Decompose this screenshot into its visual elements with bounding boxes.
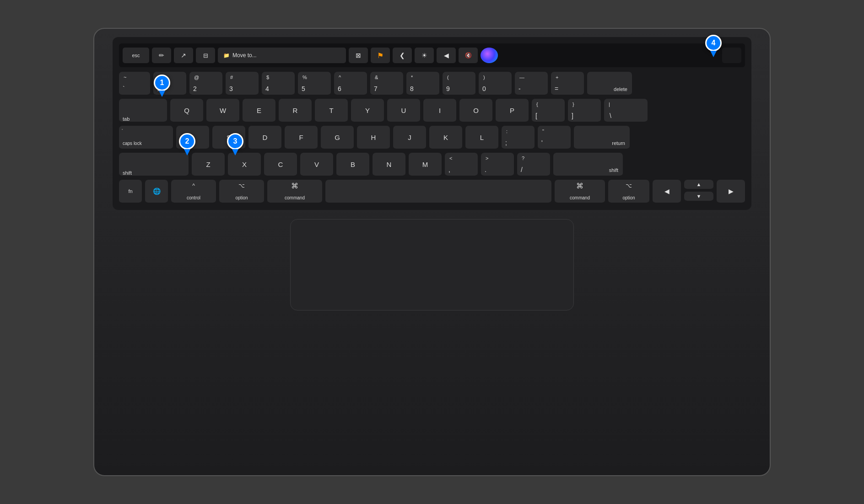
shift-row: shift Z X C V B N M <, >. ?/ shift — [119, 153, 745, 177]
key-l[interactable]: L — [465, 126, 498, 150]
tb-volume[interactable]: ◀ — [437, 48, 456, 63]
key-b[interactable]: B — [336, 153, 369, 177]
key-globe[interactable]: 🌐 — [145, 180, 168, 204]
key-equals[interactable]: += — [551, 72, 584, 96]
key-tab[interactable]: tab — [119, 99, 167, 123]
key-2[interactable]: @2 — [189, 72, 222, 96]
badge-1: 1 — [154, 75, 170, 97]
key-caps[interactable]: • caps lock — [119, 126, 173, 150]
keyboard-wrapper: 1 2 3 4 esc ✏ ↗ ⊟ 📁 Move to... ⊠ ⚑ — [113, 37, 751, 210]
tb-compose[interactable]: ✏ — [152, 48, 171, 63]
tb-right-end — [722, 48, 741, 63]
key-comma[interactable]: <, — [445, 153, 478, 177]
key-minus[interactable]: —- — [515, 72, 548, 96]
tb-esc[interactable]: esc — [123, 48, 149, 63]
key-j[interactable]: J — [393, 126, 426, 150]
key-m[interactable]: M — [409, 153, 442, 177]
key-shift-left[interactable]: shift — [119, 153, 189, 177]
key-rbracket[interactable]: }] — [568, 99, 601, 123]
key-arrow-right[interactable]: ▶ — [717, 180, 745, 204]
key-q[interactable]: Q — [170, 99, 203, 123]
key-semicolon[interactable]: :; — [502, 126, 535, 150]
key-delete[interactable]: delete — [587, 72, 632, 96]
badge-2: 2 — [179, 133, 195, 155]
key-u[interactable]: U — [387, 99, 420, 123]
key-fn[interactable]: fn — [119, 180, 142, 204]
key-v[interactable]: V — [300, 153, 333, 177]
laptop-body: 1 2 3 4 esc ✏ ↗ ⊟ 📁 Move to... ⊠ ⚑ — [93, 28, 771, 476]
key-8[interactable]: *8 — [406, 72, 439, 96]
key-e[interactable]: E — [243, 99, 275, 123]
tb-brightness[interactable]: ☀ — [415, 48, 434, 63]
key-arrow-left[interactable]: ◀ — [653, 180, 681, 204]
key-i[interactable]: I — [423, 99, 456, 123]
tb-archive[interactable]: ⊟ — [196, 48, 215, 63]
keyboard: ~` !1 @2 #3 $4 %5 ^6 &7 *8 (9 )0 —- += d… — [119, 72, 745, 204]
key-period[interactable]: >. — [481, 153, 514, 177]
badge-4: 4 — [705, 35, 722, 57]
qwerty-row: tab Q W E R T Y U I O P {[ }] |\ — [119, 99, 745, 123]
key-command-right[interactable]: ⌘ command — [555, 180, 605, 204]
key-3[interactable]: #3 — [226, 72, 259, 96]
key-9[interactable]: (9 — [443, 72, 475, 96]
key-g[interactable]: G — [321, 126, 354, 150]
key-0[interactable]: )0 — [479, 72, 512, 96]
key-arrow-down[interactable]: ▼ — [684, 192, 713, 202]
key-o[interactable]: O — [459, 99, 492, 123]
key-arrow-up[interactable]: ▲ — [684, 180, 713, 190]
key-command-left[interactable]: ⌘ command — [267, 180, 322, 204]
key-d[interactable]: D — [248, 126, 281, 150]
tb-siri[interactable] — [481, 48, 498, 63]
key-6[interactable]: ^6 — [334, 72, 367, 96]
key-return[interactable]: return — [574, 126, 630, 150]
key-y[interactable]: Y — [351, 99, 384, 123]
tb-mute[interactable]: 🔇 — [459, 48, 478, 63]
tb-moveto[interactable]: 📁 Move to... — [218, 48, 346, 63]
key-backtick[interactable]: ~` — [119, 72, 150, 96]
key-7[interactable]: &7 — [370, 72, 403, 96]
key-control[interactable]: ^ control — [171, 180, 216, 204]
key-x[interactable]: X — [228, 153, 261, 177]
trackpad[interactable] — [290, 219, 574, 311]
key-4[interactable]: $4 — [262, 72, 295, 96]
key-slash[interactable]: ?/ — [517, 153, 550, 177]
key-lbracket[interactable]: {[ — [532, 99, 565, 123]
key-t[interactable]: T — [315, 99, 348, 123]
bottom-row: fn 🌐 ^ control ⌥ option ⌘ command ⌘ com — [119, 180, 745, 204]
touchbar: esc ✏ ↗ ⊟ 📁 Move to... ⊠ ⚑ ❮ ☀ ◀ 🔇 — [119, 43, 745, 67]
key-shift-right[interactable]: shift — [553, 153, 623, 177]
key-f[interactable]: F — [285, 126, 318, 150]
key-quote[interactable]: "' — [538, 126, 571, 150]
key-spacebar[interactable] — [325, 180, 551, 204]
key-backslash[interactable]: |\ — [604, 99, 648, 123]
key-c[interactable]: C — [264, 153, 297, 177]
key-5[interactable]: %5 — [298, 72, 331, 96]
key-h[interactable]: H — [357, 126, 390, 150]
key-z[interactable]: Z — [192, 153, 225, 177]
key-k[interactable]: K — [429, 126, 462, 150]
asdf-row: • caps lock A S D F G H J K L :; "' retu… — [119, 126, 745, 150]
key-option-left[interactable]: ⌥ option — [219, 180, 264, 204]
key-r[interactable]: R — [279, 99, 312, 123]
arrow-ud-group: ▲ ▼ — [684, 180, 713, 202]
number-row: ~` !1 @2 #3 $4 %5 ^6 &7 *8 (9 )0 —- += d… — [119, 72, 745, 96]
tb-chevron-left[interactable]: ❮ — [393, 48, 412, 63]
tb-share[interactable]: ↗ — [174, 48, 193, 63]
tb-flag[interactable]: ⚑ — [371, 48, 390, 63]
key-option-right[interactable]: ⌥ option — [608, 180, 649, 204]
key-w[interactable]: W — [206, 99, 239, 123]
badge-3: 3 — [227, 133, 243, 155]
key-n[interactable]: N — [373, 153, 405, 177]
key-p[interactable]: P — [496, 99, 529, 123]
tb-delete[interactable]: ⊠ — [349, 48, 368, 63]
